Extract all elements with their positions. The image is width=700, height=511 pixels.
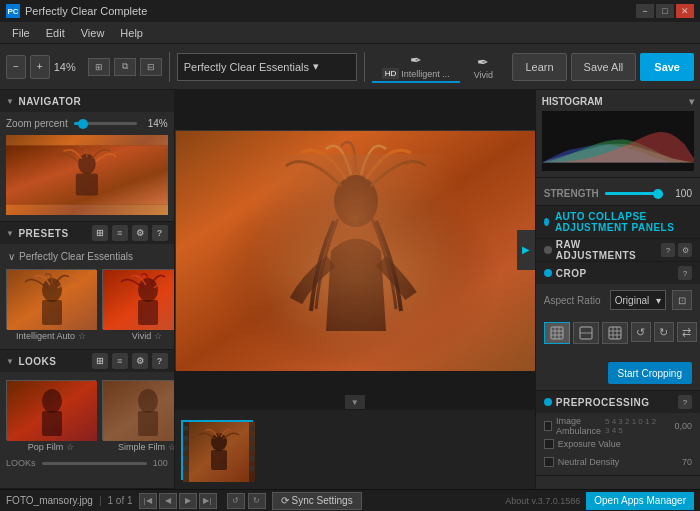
svg-rect-12 bbox=[42, 411, 62, 436]
preprocessing-header[interactable]: PREPROCESSING ? bbox=[536, 391, 700, 413]
status-filename: FOTO_mansory.jpg bbox=[6, 495, 93, 506]
zoom-in-button[interactable]: + bbox=[30, 55, 50, 79]
histogram-dropdown[interactable]: ▾ bbox=[689, 96, 694, 107]
minimize-button[interactable]: − bbox=[636, 4, 654, 18]
look-star-simplefilm[interactable]: ☆ bbox=[168, 442, 175, 452]
nav-right-icon: ▶ bbox=[522, 244, 530, 255]
close-button[interactable]: ✕ bbox=[676, 4, 694, 18]
crop-aspect-select[interactable]: Original ▾ bbox=[610, 290, 666, 310]
save-button[interactable]: Save bbox=[640, 53, 694, 81]
status-undo[interactable]: ↺ bbox=[227, 493, 245, 509]
view-btn-2[interactable]: ⧉ bbox=[114, 58, 136, 76]
zoom-out-button[interactable]: − bbox=[6, 55, 26, 79]
status-prev-first[interactable]: |◀ bbox=[139, 493, 157, 509]
status-redo[interactable]: ↻ bbox=[248, 493, 266, 509]
auto-collapse-row[interactable]: AUTO COLLAPSE ADJUSTMENT PANELS bbox=[536, 206, 700, 239]
raw-settings-icon[interactable]: ⚙ bbox=[678, 243, 692, 257]
looks-header[interactable]: ▼ LOOKS ⊞ ≡ ⚙ ? bbox=[0, 350, 174, 372]
crop-paste-icon[interactable]: ⊡ bbox=[672, 290, 692, 310]
crop-header[interactable]: CROP ? bbox=[536, 262, 700, 284]
crop-section: CROP ? Aspect Ratio Original ▾ ⊡ bbox=[536, 262, 700, 391]
filmstrip-toggle[interactable]: ▼ bbox=[345, 395, 365, 409]
preset-star-vivid[interactable]: ☆ bbox=[154, 331, 162, 341]
crop-aspect-label: Aspect Ratio bbox=[544, 295, 604, 306]
maximize-button[interactable]: □ bbox=[656, 4, 674, 18]
crop-grid-btn-2[interactable] bbox=[573, 322, 599, 344]
raw-adjustments-header[interactable]: RAW ADJUSTMENTS ? ⚙ bbox=[536, 239, 700, 261]
looks-help-icon[interactable]: ? bbox=[152, 353, 168, 369]
menu-view[interactable]: View bbox=[73, 25, 113, 41]
menu-file[interactable]: File bbox=[4, 25, 38, 41]
canvas-nav-right[interactable]: ▶ bbox=[517, 230, 535, 270]
tool-intelligent[interactable]: ✒ HD Intelligent ... bbox=[372, 50, 460, 83]
save-all-button[interactable]: Save All bbox=[571, 53, 637, 81]
crop-grid-btn-1[interactable] bbox=[544, 322, 570, 344]
crop-flip-icon[interactable]: ⇄ bbox=[677, 322, 697, 342]
learn-button[interactable]: Learn bbox=[512, 53, 566, 81]
preproc-check-2[interactable] bbox=[544, 457, 554, 467]
presets-header[interactable]: ▼ PRESETS ⊞ ≡ ⚙ ? bbox=[0, 222, 174, 244]
presets-grid-icon[interactable]: ⊞ bbox=[92, 225, 108, 241]
preset-item-intelligent[interactable]: Intelligent Auto ☆ bbox=[6, 269, 96, 341]
zoom-row: Zoom percent 14% bbox=[6, 118, 168, 129]
status-right: About v.3.7.0.1586 Open Apps Manager bbox=[505, 492, 694, 510]
looks-settings-icon[interactable]: ⚙ bbox=[132, 353, 148, 369]
status-prev[interactable]: ◀ bbox=[159, 493, 177, 509]
strength-value: 100 bbox=[667, 188, 692, 199]
look-item-simplefilm[interactable]: Simple Film ☆ bbox=[102, 380, 175, 452]
preprocessing-help-icon[interactable]: ? bbox=[678, 395, 692, 409]
status-next[interactable]: ▶ bbox=[179, 493, 197, 509]
looks-list-icon[interactable]: ≡ bbox=[112, 353, 128, 369]
preproc-check-1[interactable] bbox=[544, 439, 554, 449]
strength-section: STRENGTH 100 bbox=[536, 178, 700, 206]
looks-grid-icon[interactable]: ⊞ bbox=[92, 353, 108, 369]
crop-grid-btn-3[interactable] bbox=[602, 322, 628, 344]
preset-name: Perfectly Clear Essentials bbox=[184, 61, 309, 73]
zoom-label: Zoom percent bbox=[6, 118, 68, 129]
svg-rect-35 bbox=[250, 466, 254, 471]
look-name-simplefilm: Simple Film ☆ bbox=[118, 442, 175, 452]
open-apps-button[interactable]: Open Apps Manager bbox=[586, 492, 694, 510]
filmstrip-item-0[interactable] bbox=[181, 420, 253, 480]
svg-point-11 bbox=[42, 389, 62, 413]
view-btn-1[interactable]: ⊞ bbox=[88, 58, 110, 76]
view-btn-3[interactable]: ⊟ bbox=[140, 58, 162, 76]
looks-title: LOOKS bbox=[18, 356, 56, 367]
preset-item-vivid[interactable]: Vivid ☆ bbox=[102, 269, 175, 341]
look-item-popfilm[interactable]: Pop Film ☆ bbox=[6, 380, 96, 452]
look-thumb-simplefilm bbox=[102, 380, 175, 440]
menu-edit[interactable]: Edit bbox=[38, 25, 73, 41]
preproc-row-2: Neutral Density 70 bbox=[544, 453, 692, 471]
crop-rotate-left-icon[interactable]: ↺ bbox=[631, 322, 651, 342]
crop-icons: ? bbox=[678, 266, 692, 280]
presets-list-icon[interactable]: ≡ bbox=[112, 225, 128, 241]
tool-vivid-label: Vivid bbox=[474, 70, 493, 80]
look-thumb-popfilm bbox=[6, 380, 96, 440]
status-next-last[interactable]: ▶| bbox=[199, 493, 217, 509]
preproc-name-2: Neutral Density bbox=[558, 457, 660, 467]
navigator-header[interactable]: ▼ NAVIGATOR bbox=[0, 90, 174, 112]
presets-help-icon[interactable]: ? bbox=[152, 225, 168, 241]
preproc-check-0[interactable] bbox=[544, 421, 552, 431]
preproc-num-0: 0,00 bbox=[664, 421, 692, 431]
sync-settings-button[interactable]: ⟳ Sync Settings bbox=[272, 492, 362, 510]
look-star-popfilm[interactable]: ☆ bbox=[66, 442, 74, 452]
raw-help-icon[interactable]: ? bbox=[661, 243, 675, 257]
look-name-popfilm: Pop Film ☆ bbox=[28, 442, 75, 452]
filmstrip-scroll[interactable] bbox=[181, 416, 529, 484]
menu-help[interactable]: Help bbox=[112, 25, 151, 41]
strength-slider[interactable] bbox=[605, 192, 661, 195]
crop-rotate-right-icon[interactable]: ↻ bbox=[654, 322, 674, 342]
tool-vivid[interactable]: ✒ Vivid bbox=[464, 52, 503, 82]
preset-thumb-intelligent bbox=[6, 269, 96, 329]
histogram-title: HISTOGRAM bbox=[542, 96, 603, 107]
preset-selector[interactable]: Perfectly Clear Essentials ▾ bbox=[177, 53, 357, 81]
crop-help-icon[interactable]: ? bbox=[678, 266, 692, 280]
start-cropping-button[interactable]: Start Cropping bbox=[608, 362, 692, 384]
zoom-slider[interactable] bbox=[74, 122, 137, 125]
presets-settings-icon[interactable]: ⚙ bbox=[132, 225, 148, 241]
preset-group-label[interactable]: ∨ Perfectly Clear Essentials bbox=[6, 248, 168, 265]
preset-star-intelligent[interactable]: ☆ bbox=[78, 331, 86, 341]
histogram-section: HISTOGRAM ▾ bbox=[536, 90, 700, 178]
looks-slider[interactable] bbox=[42, 462, 147, 465]
